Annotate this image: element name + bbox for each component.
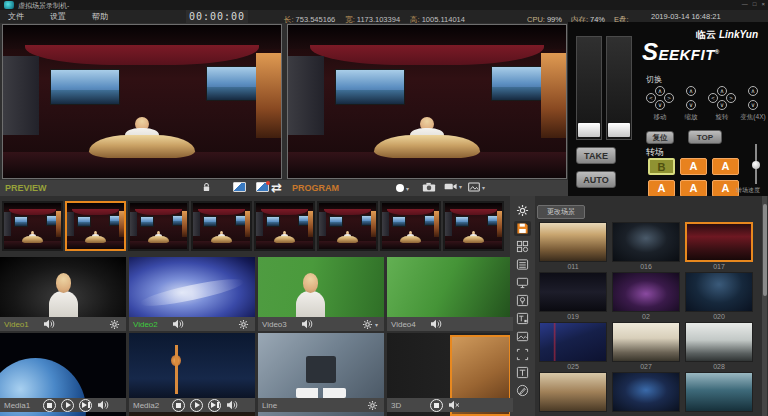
camera-angle-thumb-8[interactable] [443,201,504,251]
stop-button[interactable] [430,399,443,412]
t-bar-track-left[interactable] [576,36,602,140]
scene-item-019[interactable]: 019 [539,272,607,321]
transition-button-A[interactable]: A [712,180,739,197]
scene-thumbnail[interactable] [685,322,753,362]
scene-item-02[interactable]: 02 [612,272,680,321]
camera-angle-thumb-6[interactable] [317,201,378,251]
scene-item-016[interactable]: 016 [612,222,680,271]
auto-button[interactable]: AUTO [576,171,616,188]
pad-up-button[interactable]: ∧ [748,86,758,96]
scene-thumbnail[interactable] [539,322,607,362]
text-small-tool-icon[interactable] [514,311,531,326]
volume-icon[interactable] [97,400,109,410]
scene-item-027[interactable]: 027 [612,322,680,371]
minimize-button[interactable]: — [742,0,748,9]
video-source-cell-Video2[interactable]: Video2 [129,257,255,331]
media-source-cell-Media1[interactable]: Media1 [0,333,126,416]
scene-thumbnail[interactable] [539,222,607,262]
record-button[interactable]: ▾ [396,184,409,192]
next-button[interactable] [79,399,92,412]
transition-button-A[interactable]: A [680,180,707,197]
volume-muted-icon[interactable] [448,400,460,410]
pad-right-button[interactable]: > [664,93,674,103]
image-tool-icon[interactable] [514,329,531,344]
t-bar-handle-left[interactable] [578,123,600,137]
scrollbar-thumb[interactable] [763,204,767,296]
scene-item-017[interactable]: 017 [685,222,753,271]
transition-style-a-icon[interactable] [233,182,246,192]
transition-button-A[interactable]: A [680,158,707,175]
transition-style-b-icon[interactable] [256,182,269,192]
scene-thumbnail[interactable] [685,372,753,412]
top-button[interactable]: TOP [688,130,722,144]
slider-handle[interactable] [752,161,760,169]
t-bar-handle-right[interactable] [608,123,630,137]
swap-preview-program-icon[interactable]: ⇄ [271,182,282,194]
scene-item-028[interactable]: 028 [685,322,753,371]
camera-angle-thumb-2[interactable] [65,201,126,251]
lock-icon[interactable] [202,182,211,193]
scene-thumbnail[interactable] [685,272,753,312]
settings-tool-icon[interactable] [514,203,531,218]
source-settings-gear-icon[interactable] [109,319,120,330]
maximize-button[interactable]: □ [753,0,757,9]
pad-up-button[interactable]: ∧ [655,86,665,96]
menu-item-帮助[interactable]: 帮助 [92,11,108,22]
media-source-cell-Line[interactable]: Line [258,333,384,416]
video-source-cell-Video4[interactable]: Video4 [387,257,513,331]
image-overlay-icon[interactable]: ▾ [468,182,485,192]
pad-down-button[interactable]: ∨ [655,100,665,110]
pad-right-button[interactable]: > [726,93,736,103]
menu-item-文件[interactable]: 文件 [8,11,24,22]
volume-icon[interactable] [226,400,238,410]
scene-thumbnail[interactable] [539,272,607,312]
scene-item-12[interactable] [685,372,753,416]
save-tool-icon[interactable] [514,221,531,236]
stop-button[interactable] [43,399,56,412]
camera-angle-thumb-7[interactable] [380,201,441,251]
scene-item-011[interactable]: 011 [539,222,607,271]
menu-item-设置[interactable]: 设置 [50,11,66,22]
grid-tool-icon[interactable] [514,239,531,254]
bulb-tool-icon[interactable] [514,293,531,308]
scene-thumbnail[interactable] [539,372,607,412]
volume-icon[interactable] [430,319,442,329]
transition-button-B[interactable]: B [648,158,675,175]
scene-scrollbar[interactable] [762,196,767,416]
scene-thumbnail[interactable] [612,372,680,412]
scene-item-025[interactable]: 025 [539,322,607,371]
transition-button-A[interactable]: A [712,158,739,175]
source-settings-gear-icon[interactable] [238,319,249,330]
list-tool-icon[interactable] [514,257,531,272]
pad-left-button[interactable]: < [708,93,718,103]
camera-angle-thumb-4[interactable] [191,201,252,251]
t-bar-track-right[interactable] [606,36,632,140]
monitor-tool-icon[interactable] [514,275,531,290]
frame-tool-icon[interactable] [514,347,531,362]
play-button[interactable] [61,399,74,412]
media-source-cell-3D[interactable]: 3D [387,333,513,416]
pad-down-button[interactable]: ∨ [686,100,696,110]
reset-button[interactable]: 复位 [646,131,674,144]
play-button[interactable] [190,399,203,412]
media-source-cell-Media2[interactable]: Media2 [129,333,255,416]
video-source-cell-Video3[interactable]: Video3 ▾ [258,257,384,331]
volume-icon[interactable] [43,319,55,329]
scene-thumbnail[interactable] [612,222,680,262]
transition-button-A[interactable]: A [648,180,675,197]
source-settings-gear-icon[interactable]: ▾ [362,319,378,330]
close-button[interactable]: × [761,0,765,9]
scene-item-020[interactable]: 020 [685,272,753,321]
pen-tool-icon[interactable] [514,383,531,398]
text-tool-icon[interactable] [514,365,531,380]
volume-icon[interactable] [301,319,313,329]
scene-thumbnail[interactable] [612,322,680,362]
change-scene-button[interactable]: 更改场景 [537,205,585,219]
video-source-cell-Video1[interactable]: Video1 [0,257,126,331]
transition-speed-slider[interactable] [752,144,760,184]
source-settings-gear-icon[interactable] [367,400,378,411]
scene-thumbnail[interactable] [685,222,753,262]
camera-angle-thumb-3[interactable] [128,201,189,251]
pad-up-button[interactable]: ∧ [717,86,727,96]
take-button[interactable]: TAKE [576,147,616,164]
